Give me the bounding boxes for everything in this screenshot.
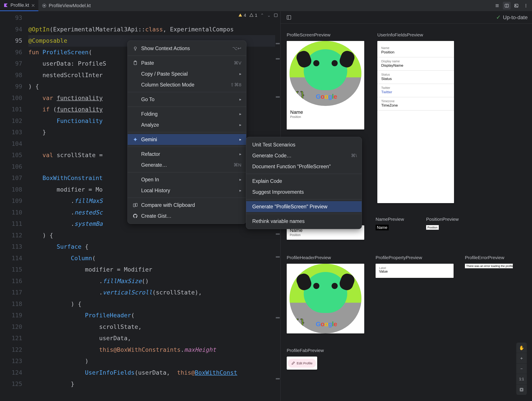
menu-item[interactable]: Copy / Paste Special▸ xyxy=(128,68,246,79)
svg-rect-15 xyxy=(133,204,135,207)
position-preview[interactable]: Position xyxy=(426,225,465,229)
menu-item[interactable]: Open In▸ xyxy=(128,174,246,185)
menu-item[interactable]: Paste⌘V xyxy=(128,57,246,68)
preview-label: UserInfoFieldsPreview xyxy=(377,32,454,38)
check-icon: ✓ xyxy=(496,14,501,21)
layout-icon[interactable] xyxy=(285,13,293,21)
profile-screen-preview[interactable]: { } Google Name Position xyxy=(287,41,364,129)
context-menu[interactable]: Show Context Actions⌥↩Paste⌘VCopy / Past… xyxy=(127,41,246,224)
tab-viewmodel-kt[interactable]: ProfileViewModel.kt xyxy=(38,0,94,11)
menu-item[interactable]: Gemini▸ xyxy=(128,134,246,145)
menu-item[interactable]: Rethink variable names xyxy=(246,216,362,227)
inspections-widget[interactable]: 4 1 ⌃ ⌄ xyxy=(238,13,278,18)
tab-label: ProfileViewModel.kt xyxy=(49,3,91,8)
svg-rect-9 xyxy=(287,15,291,19)
fit-icon[interactable] xyxy=(516,384,527,395)
chevron-up-icon[interactable]: ⌃ xyxy=(260,13,264,18)
zoom-ratio[interactable]: 1:1 xyxy=(516,374,527,384)
profile-fab-preview[interactable]: Edit Profile xyxy=(287,356,317,370)
svg-rect-11 xyxy=(521,389,522,391)
menu-item[interactable]: Suggest Improvements xyxy=(246,187,362,197)
svg-point-5 xyxy=(526,4,526,5)
svg-rect-8 xyxy=(274,14,277,17)
svg-point-6 xyxy=(526,5,526,6)
profile-header-preview[interactable]: { } Google xyxy=(287,264,364,333)
profile-error-preview[interactable]: There was an error loading the profile xyxy=(465,264,513,268)
menu-item[interactable]: Refactor▸ xyxy=(128,149,246,159)
menu-item[interactable]: Generate Code…⌘\ xyxy=(246,150,362,161)
profile-property-preview[interactable]: Label Value xyxy=(376,264,454,278)
menu-item[interactable]: Analyze▸ xyxy=(128,119,246,130)
menu-item[interactable]: Unit Test Scenarios xyxy=(246,139,362,150)
svg-point-7 xyxy=(526,6,526,7)
menu-item[interactable]: Create Gist… xyxy=(128,210,246,221)
gemini-submenu[interactable]: Unit Test ScenariosGenerate Code…⌘\Docum… xyxy=(246,137,362,229)
image-view-icon[interactable] xyxy=(512,2,520,10)
svg-rect-10 xyxy=(520,388,523,391)
menu-item[interactable]: Column Selection Mode⇧⌘8 xyxy=(128,79,246,90)
svg-rect-16 xyxy=(135,203,137,206)
preview-zoom-controls: ✋ ＋ － 1:1 xyxy=(516,343,527,395)
pencil-icon xyxy=(291,361,295,365)
menu-item[interactable]: Generate "ProfileScreen" Preview xyxy=(246,201,362,212)
square-icon[interactable] xyxy=(274,13,278,17)
menu-item[interactable]: Local History▸ xyxy=(128,185,246,196)
more-icon[interactable] xyxy=(522,2,530,10)
zoom-out-icon[interactable]: － xyxy=(516,363,527,374)
kotlin-icon xyxy=(3,3,8,8)
split-view-icon[interactable] xyxy=(503,2,511,10)
close-icon[interactable] xyxy=(31,3,35,7)
pan-icon[interactable]: ✋ xyxy=(516,343,527,353)
menu-item[interactable]: Go To▸ xyxy=(128,94,246,105)
menu-item[interactable]: Compare with Clipboard xyxy=(128,200,246,210)
tab-profile-kt[interactable]: Profile.kt xyxy=(0,0,38,11)
menu-item[interactable]: Generate…⌘N xyxy=(128,159,246,170)
file-icon xyxy=(42,3,47,8)
zoom-in-icon[interactable]: ＋ xyxy=(516,353,527,363)
line-gutter[interactable]: 9394959697989910010110210310410510610710… xyxy=(0,12,28,390)
list-view-icon[interactable] xyxy=(493,2,501,10)
menu-item[interactable]: Document Function "ProfileScreen" xyxy=(246,161,362,172)
tab-label: Profile.kt xyxy=(10,2,29,8)
user-info-preview[interactable]: NamePositionDisplay nameDisplayNameStatu… xyxy=(377,41,454,203)
svg-point-12 xyxy=(134,47,136,49)
name-preview[interactable]: Name xyxy=(376,225,415,230)
menu-item[interactable]: Show Context Actions⌥↩ xyxy=(128,43,246,54)
chevron-down-icon[interactable]: ⌄ xyxy=(267,13,271,18)
menu-item[interactable]: Explain Code xyxy=(246,176,362,187)
editor-toolbar xyxy=(493,0,530,11)
preview-label: ProfileScreenPreview xyxy=(287,32,364,38)
menu-item[interactable]: Folding▸ xyxy=(128,108,246,119)
svg-point-1 xyxy=(43,5,45,6)
tab-bar: Profile.kt ProfileViewModel.kt xyxy=(0,0,532,11)
build-status: ✓ Up-to-date xyxy=(496,14,528,21)
